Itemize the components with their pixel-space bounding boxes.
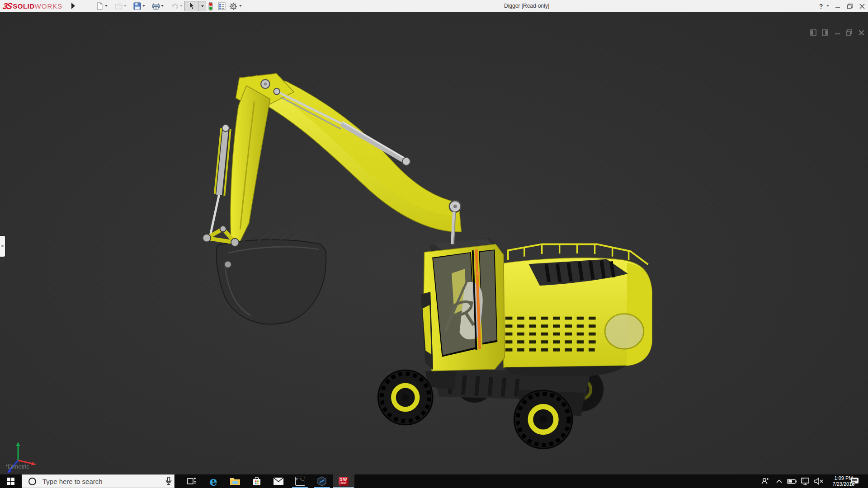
- select-cursor-icon: [189, 2, 195, 10]
- volume-button[interactable]: [812, 474, 826, 488]
- excavator-model[interactable]: [0, 12, 868, 474]
- close-button[interactable]: [857, 0, 867, 12]
- new-document-dropdown[interactable]: [105, 5, 108, 7]
- taskbar-search[interactable]: [22, 474, 175, 488]
- print-icon: [152, 2, 160, 10]
- task-view-icon: [187, 477, 196, 485]
- cortana-circle-icon: [28, 478, 36, 485]
- restore-button[interactable]: [845, 0, 855, 12]
- brand-works-text: WORKS: [35, 2, 63, 10]
- chevron-up-icon: [776, 479, 782, 483]
- battery-icon: [787, 479, 797, 484]
- windows-taskbar: e C:\_: [0, 474, 868, 488]
- undo-dropdown[interactable]: [180, 5, 183, 7]
- select-tool-group: [184, 1, 206, 11]
- start-button[interactable]: [0, 474, 22, 488]
- windows-start-icon: [7, 478, 14, 485]
- mail-button[interactable]: [268, 474, 289, 488]
- cab-glass-side: [480, 250, 496, 343]
- excavator-cab: [421, 238, 505, 371]
- sw-cube-label: SW: [340, 478, 348, 482]
- command-prompt-button[interactable]: C:\_: [289, 474, 311, 488]
- microphone-icon[interactable]: [165, 477, 172, 486]
- print-dropdown[interactable]: [161, 5, 164, 7]
- undo-button[interactable]: [170, 1, 179, 11]
- solidworks-2017-icon: SW 2017: [339, 477, 349, 486]
- hidden-icons-button[interactable]: [773, 474, 785, 488]
- excavator-boom: [210, 73, 461, 257]
- search-input[interactable]: [42, 477, 146, 486]
- close-icon: [859, 4, 865, 9]
- hexagon-app-icon: [316, 476, 327, 487]
- undo-icon: [171, 3, 179, 10]
- view-orientation-label: *Dimetric: [5, 463, 29, 470]
- open-icon: [115, 3, 123, 10]
- battery-button[interactable]: [786, 474, 798, 488]
- chevron-down-icon: [201, 5, 204, 7]
- triad-y-axis-icon: [16, 442, 20, 446]
- gear-icon: [229, 2, 237, 10]
- people-button[interactable]: [759, 474, 771, 488]
- excavator-body: [494, 244, 652, 376]
- file-properties-icon: [218, 2, 226, 10]
- options-dropdown[interactable]: [239, 5, 242, 7]
- solidworks-logo-mark-icon: 3S: [2, 1, 12, 11]
- print-button[interactable]: [151, 1, 160, 11]
- task-view-button[interactable]: [181, 474, 203, 488]
- brand-solid-text: SOLID: [13, 2, 34, 10]
- file-explorer-icon: [230, 477, 241, 486]
- command-prompt-icon: C:\_: [295, 477, 305, 486]
- title-bar: 3S SOLIDWORKS: [0, 0, 868, 12]
- file-explorer-button[interactable]: [224, 474, 246, 488]
- solidworks-2017-button[interactable]: SW 2017: [333, 474, 354, 488]
- edge-button[interactable]: e: [203, 474, 224, 488]
- excavator-bucket: [203, 226, 326, 324]
- triad-x-axis-icon: [31, 462, 36, 466]
- minimize-icon: [835, 4, 840, 9]
- restore-icon: [847, 4, 853, 9]
- rebuild-traffic-light-icon: [208, 2, 213, 11]
- new-document-icon: [96, 2, 104, 10]
- network-button[interactable]: [798, 474, 812, 488]
- people-icon: [761, 477, 769, 485]
- save-button[interactable]: [132, 1, 142, 11]
- body-side-window: [605, 314, 644, 349]
- network-icon: [801, 478, 810, 485]
- minimize-button[interactable]: [833, 0, 842, 12]
- store-button[interactable]: [246, 474, 268, 488]
- edge-icon: e: [209, 475, 217, 488]
- store-icon: [252, 476, 261, 486]
- rebuild-button[interactable]: [206, 1, 215, 11]
- menu-flyout-arrow-icon[interactable]: [71, 3, 75, 9]
- volume-muted-icon: [814, 478, 824, 485]
- graphics-viewport[interactable]: *Dimetric: [0, 12, 868, 474]
- new-document-button[interactable]: [95, 1, 104, 11]
- select-tool-button[interactable]: [185, 1, 199, 11]
- open-button[interactable]: [114, 1, 123, 11]
- save-icon: [133, 2, 141, 10]
- action-center-button[interactable]: [849, 474, 861, 488]
- notifications-icon: [850, 477, 859, 486]
- open-dropdown[interactable]: [124, 5, 127, 7]
- help-dropdown[interactable]: [826, 5, 829, 7]
- sw-cube-year: 2017: [340, 482, 346, 485]
- help-button[interactable]: ?: [816, 0, 826, 12]
- options-button[interactable]: [228, 1, 238, 11]
- solidworks-logo: 3S SOLIDWORKS: [3, 0, 62, 12]
- file-properties-button[interactable]: [217, 1, 226, 11]
- dipper-arm: [231, 86, 270, 258]
- select-tool-dropdown[interactable]: [199, 1, 206, 11]
- document-title: Digger [Read-only]: [470, 0, 583, 12]
- save-dropdown[interactable]: [142, 5, 145, 7]
- hexagon-app-button[interactable]: [311, 474, 333, 488]
- mail-icon: [273, 477, 284, 485]
